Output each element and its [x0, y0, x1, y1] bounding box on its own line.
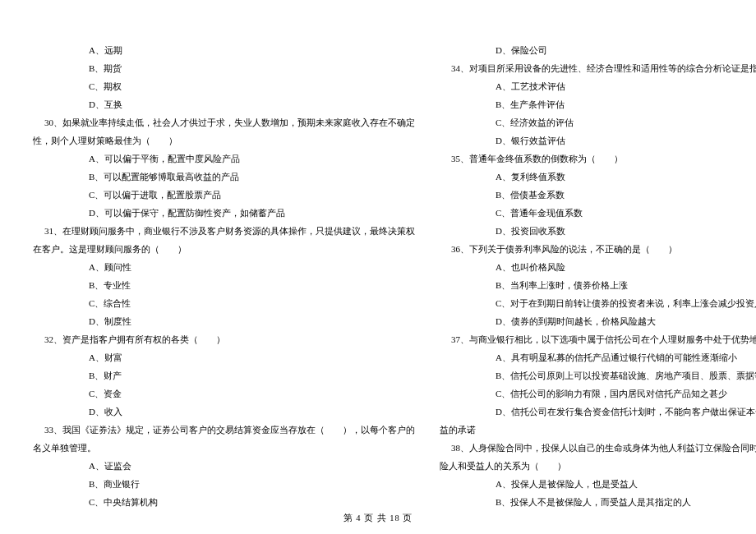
q34-option-b: B、生产条件评估	[440, 95, 756, 113]
q37-text-cont: 益的承诺	[440, 421, 756, 439]
q34-option-d: D、银行效益评估	[440, 131, 756, 150]
q34-option-a: A、工艺技术评估	[440, 77, 756, 95]
q30-text-cont: 性，则个人理财策略最佳为（ ）	[33, 131, 415, 150]
q31-option-b: B、专业性	[33, 276, 415, 294]
q29-option-a: A、远期	[33, 41, 415, 59]
q31-text: 31、在理财顾问服务中，商业银行不涉及客户财务资源的具体操作，只提供建议，最终决…	[33, 222, 415, 240]
q30-text: 30、如果就业率持续走低，社会人才供过于求，失业人数增加，预期未来家庭收入存在不…	[33, 113, 415, 131]
q31-option-d: D、制度性	[33, 312, 415, 330]
q30-option-b: B、可以配置能够博取最高收益的产品	[33, 168, 415, 186]
q38-option-b: B、投保人不是被保险人，而受益人是其指定的人	[440, 493, 756, 511]
q34-option-c: C、经济效益的评估	[440, 113, 756, 131]
q32-option-b: B、财产	[33, 366, 415, 384]
q35-option-c: C、普通年金现值系数	[440, 204, 756, 222]
q32-option-d: D、收入	[33, 403, 415, 421]
q29-option-c: C、期权	[33, 77, 415, 95]
q32-text: 32、资产是指客户拥有所有权的各类（ ）	[33, 330, 415, 348]
q37-option-a: A、具有明显私募的信托产品通过银行代销的可能性逐渐缩小	[440, 348, 756, 366]
page-footer: 第 4 页 共 18 页	[0, 513, 756, 524]
q37-option-c: C、信托公司的影响力有限，国内居民对信托产品知之甚少	[440, 384, 756, 403]
q36-option-a: A、也叫价格风险	[440, 258, 756, 276]
q31-text-cont: 在客户。这是理财顾问服务的（ ）	[33, 240, 415, 258]
q33-option-a: A、证监会	[33, 457, 415, 475]
q38-text-cont: 险人和受益人的关系为（ ）	[440, 457, 756, 475]
q36-option-b: B、当利率上涨时，债券价格上涨	[440, 276, 756, 294]
left-column: A、远期 B、期货 C、期权 D、互换 30、如果就业率持续走低，社会人才供过于…	[33, 41, 415, 511]
q30-option-c: C、可以偏于进取，配置股票产品	[33, 186, 415, 204]
q37-text: 37、与商业银行相比，以下选项中属于信托公司在个人理财服务中处于优势地位的是（ …	[440, 330, 756, 348]
q36-text: 36、下列关于债券利率风险的说法，不正确的是（ ）	[440, 240, 756, 258]
q35-option-d: D、投资回收系数	[440, 222, 756, 240]
document-page: A、远期 B、期货 C、期权 D、互换 30、如果就业率持续走低，社会人才供过于…	[0, 0, 756, 534]
q38-option-a: A、投保人是被保险人，也是受益人	[440, 475, 756, 493]
q35-option-b: B、偿债基金系数	[440, 186, 756, 204]
q33-text-cont: 名义单独管理。	[33, 439, 415, 457]
q34-text: 34、对项目所采用设备的先进性、经济合理性和适用性等的综合分析论证是指（ ）	[440, 59, 756, 77]
q30-option-a: A、可以偏于平衡，配置中度风险产品	[33, 150, 415, 168]
q37-option-d: D、信托公司在发行集合资金信托计划时，不能向客户做出保证本金的安全以及保证预期收	[440, 403, 756, 421]
q31-option-a: A、顾问性	[33, 258, 415, 276]
q36-option-c: C、对于在到期日前转让债券的投资者来说，利率上涨会减少投资人的资产收益	[440, 294, 756, 312]
q36-option-d: D、债券的到期时间越长，价格风险越大	[440, 312, 756, 330]
q33-text: 33、我国《证券法》规定，证券公司客户的交易结算资金应当存放在（ ），以每个客户…	[33, 421, 415, 439]
q35-text: 35、普通年金终值系数的倒数称为（ ）	[440, 150, 756, 168]
q37-option-b: B、信托公司原则上可以投资基础设施、房地产项目、股票、票据等多种事业和金融资产	[440, 366, 756, 384]
q29-option-b: B、期货	[33, 59, 415, 77]
q33-option-d: D、保险公司	[440, 41, 756, 59]
q32-option-a: A、财富	[33, 348, 415, 366]
q31-option-c: C、综合性	[33, 294, 415, 312]
right-column: D、保险公司 34、对项目所采用设备的先进性、经济合理性和适用性等的综合分析论证…	[440, 41, 756, 511]
q33-option-c: C、中央结算机构	[33, 493, 415, 511]
q29-option-d: D、互换	[33, 95, 415, 113]
q33-option-b: B、商业银行	[33, 475, 415, 493]
q32-option-c: C、资金	[33, 384, 415, 403]
q38-text: 38、人身保险合同中，投保人以自己的生命或身体为他人利益订立保险合同时，投保人、…	[440, 439, 756, 457]
q35-option-a: A、复利终值系数	[440, 168, 756, 186]
q30-option-d: D、可以偏于保守，配置防御性资产，如储蓄产品	[33, 204, 415, 222]
